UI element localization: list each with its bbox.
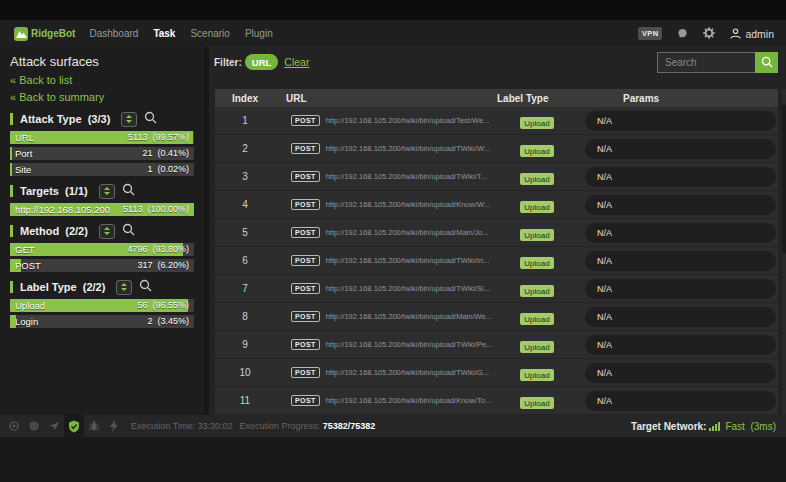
sort-button[interactable] [99,184,115,199]
method-badge: POST [291,395,320,406]
section-accent [10,113,13,125]
params-value[interactable]: N/A [585,391,776,411]
table-row[interactable]: 1 POST http://192.168.105.200/twiki/bin/… [215,107,778,135]
params-value[interactable]: N/A [585,363,776,383]
params-value[interactable]: N/A [585,223,776,243]
params-value[interactable]: N/A [585,195,776,215]
table-row[interactable]: 7 POST http://192.168.105.200/twiki/bin/… [215,275,778,303]
back-link[interactable]: « Back to summary [10,91,194,104]
status-bar: Execution Time: 33:30:02 Execution Progr… [0,415,786,437]
nav-item[interactable]: Dashboard [89,28,138,39]
signal-bars-icon [709,422,720,431]
nav-item[interactable]: Plugin [245,28,273,39]
bug-icon[interactable] [84,415,104,437]
section-attack-type: Attack Type (3/3) URL5113 (99.57%) Port2… [10,111,194,176]
nav-item[interactable]: Scenario [190,28,229,39]
sidebar: Attack surfaces « Back to list « Back to… [0,47,209,415]
table-row[interactable]: 9 POST http://192.168.105.200/twiki/bin/… [215,331,778,359]
method-badge: POST [291,255,320,266]
vpn-badge[interactable]: VPN [638,27,662,40]
table-row[interactable]: 6 POST http://192.168.105.200/twiki/bin/… [215,247,778,275]
gear-icon[interactable] [703,25,715,43]
label-type-badge: Upload [520,229,553,241]
stat-bar[interactable]: Port21 (0.41%) [10,147,194,160]
execution-progress: Execution Progress: 75382/75382 [240,421,376,431]
stat-bar[interactable]: Login2 (3.45%) [10,315,194,328]
back-link[interactable]: « Back to list [10,74,194,87]
section-targets: Targets (1/1) http://192.168.105.2005113… [10,183,194,216]
url-text: http://192.168.105.200/twiki/bin/upload/… [326,256,490,265]
stat-bar[interactable]: POST317 (6.20%) [10,259,194,272]
brand[interactable]: RidgeBot [14,27,75,41]
stat-bar[interactable]: GET4796 (93.80%) [10,243,194,256]
method-badge: POST [291,199,320,210]
clear-filter-link[interactable]: Clear [284,56,309,68]
user-icon [730,28,741,39]
label-type-badge: Upload [520,257,553,269]
scrollbar-thumb[interactable] [782,104,786,254]
method-badge: POST [291,339,320,350]
stat-bar[interactable]: Upload56 (96.55%) [10,299,194,312]
user-menu[interactable]: admin [730,28,774,40]
sort-button[interactable] [116,280,132,295]
sort-button[interactable] [99,224,115,239]
params-value[interactable]: N/A [585,111,776,131]
section-accent [10,185,13,197]
params-value[interactable]: N/A [585,307,776,327]
label-type-badge: Upload [520,285,553,297]
url-text: http://192.168.105.200/twiki/bin/upload/… [326,368,489,377]
stat-bar[interactable]: Site1 (0.02%) [10,163,194,176]
search-icon[interactable] [139,278,152,296]
table-row[interactable]: 3 POST http://192.168.105.200/twiki/bin/… [215,163,778,191]
nav-right: VPN admin [638,25,774,43]
search-box [657,52,778,73]
search-icon[interactable] [122,182,135,200]
method-badge: POST [291,311,320,322]
message-icon[interactable] [677,25,688,43]
nav-item[interactable]: Task [153,28,175,39]
url-text: http://192.168.105.200/twiki/bin/upload/… [326,172,487,181]
table-row[interactable]: 2 POST http://192.168.105.200/twiki/bin/… [215,135,778,163]
method-badge: POST [291,143,320,154]
method-badge: POST [291,367,320,378]
search-input[interactable] [657,52,755,73]
table-row[interactable]: 10 POST http://192.168.105.200/twiki/bin… [215,359,778,387]
brand-name: RidgeBot [31,28,75,39]
method-badge: POST [291,227,320,238]
label-type-badge: Upload [520,313,553,325]
label-type-badge: Upload [520,341,553,353]
label-type-badge: Upload [520,145,553,157]
params-value[interactable]: N/A [585,279,776,299]
lightning-icon[interactable] [104,415,124,437]
search-button[interactable] [755,52,778,73]
plane-icon[interactable] [44,415,64,437]
search-icon[interactable] [122,222,135,240]
table-row[interactable]: 11 POST http://192.168.105.200/twiki/bin… [215,387,778,415]
params-value[interactable]: N/A [585,167,776,187]
target-network: Target Network: Fast (3ms) [631,421,776,432]
crosshair-icon[interactable] [4,415,24,437]
status-icons [4,415,124,437]
shield-icon[interactable] [64,415,84,437]
search-icon [761,56,773,68]
params-value[interactable]: N/A [585,335,776,355]
table-scrollbar[interactable] [782,89,786,415]
search-icon[interactable] [144,110,157,128]
table-row[interactable]: 5 POST http://192.168.105.200/twiki/bin/… [215,219,778,247]
sidebar-title: Attack surfaces [10,55,194,68]
table-row[interactable]: 8 POST http://192.168.105.200/twiki/bin/… [215,303,778,331]
globe-icon[interactable] [24,415,44,437]
method-badge: POST [291,115,320,126]
params-value[interactable]: N/A [585,139,776,159]
stat-bar[interactable]: http://192.168.105.2005113 (100.00%) [10,203,194,216]
ridgebot-logo-icon [14,27,28,41]
col-index: Index [215,93,275,104]
params-value[interactable]: N/A [585,251,776,271]
filter-pill-url[interactable]: URL [245,54,279,70]
execution-time: Execution Time: 33:30:02 [131,421,233,431]
url-text: http://192.168.105.200/twiki/bin/upload/… [326,340,493,349]
table-row[interactable]: 4 POST http://192.168.105.200/twiki/bin/… [215,191,778,219]
stat-bar[interactable]: URL5113 (99.57%) [10,131,194,144]
filter-label: Filter: [214,57,242,68]
sort-button[interactable] [121,112,137,127]
